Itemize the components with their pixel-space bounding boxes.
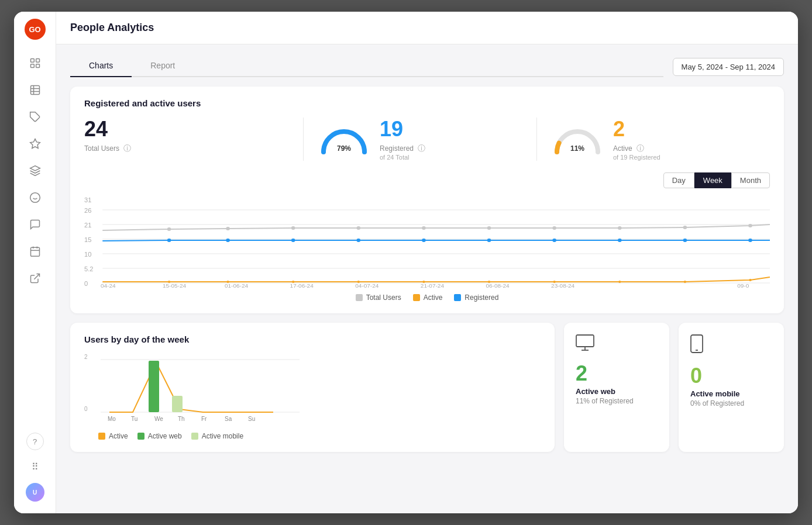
svg-point-51 bbox=[618, 239, 622, 242]
total-users-stat: 24 Total Users ⓘ bbox=[84, 118, 304, 161]
svg-marker-10 bbox=[30, 166, 40, 171]
logo[interactable]: GO bbox=[25, 19, 46, 40]
svg-point-49 bbox=[487, 239, 491, 242]
sidebar-item-external[interactable] bbox=[23, 267, 47, 290]
svg-rect-3 bbox=[36, 64, 39, 68]
svg-point-37 bbox=[356, 226, 360, 230]
x-label-sa: Sa bbox=[225, 416, 232, 422]
svg-text:01-06-24: 01-06-24 bbox=[225, 282, 249, 288]
svg-point-50 bbox=[552, 239, 556, 242]
total-users-info-icon[interactable]: ⓘ bbox=[123, 144, 131, 153]
avatar[interactable]: U bbox=[26, 483, 44, 502]
period-day-button[interactable]: Day bbox=[663, 172, 694, 188]
bar-tuesday-web bbox=[149, 361, 159, 412]
active-mobile-label: Active mobile bbox=[690, 389, 740, 398]
svg-point-39 bbox=[487, 226, 491, 230]
svg-text:04-07-24: 04-07-24 bbox=[355, 282, 379, 288]
registered-gauge-row: 79% 19 Registered ⓘ of 24 Total bbox=[318, 118, 522, 161]
svg-rect-4 bbox=[30, 86, 39, 95]
svg-point-47 bbox=[356, 239, 360, 242]
tab-report[interactable]: Report bbox=[132, 56, 194, 77]
x-label-su: Su bbox=[248, 416, 255, 422]
registered-gauge-svg: 79% bbox=[318, 123, 370, 156]
date-range-button[interactable]: May 5, 2024 - Sep 11, 2024 bbox=[673, 58, 784, 76]
main-content: People Analytics Charts Report May 5, 20… bbox=[56, 12, 798, 513]
legend-registered: Registered bbox=[454, 293, 498, 302]
registered-label: Registered ⓘ bbox=[380, 143, 425, 154]
active-web-sub: 11% of Registered bbox=[576, 397, 634, 405]
bar-chart-legend: Active Active web Active mobile bbox=[84, 432, 541, 440]
tab-charts[interactable]: Charts bbox=[70, 56, 132, 77]
active-gauge-row: 11% 2 Active ⓘ of 19 Registered bbox=[551, 118, 756, 161]
svg-text:17-06-24: 17-06-24 bbox=[290, 282, 314, 288]
active-web-number: 2 bbox=[576, 362, 587, 385]
sidebar-item-layers[interactable] bbox=[23, 159, 47, 182]
bar-legend-active-label: Active bbox=[109, 432, 128, 440]
active-gauge-svg: 11% bbox=[551, 123, 604, 156]
svg-text:04-24: 04-24 bbox=[101, 282, 116, 288]
sidebar-item-dashboard[interactable] bbox=[23, 51, 47, 75]
svg-text:15-05-24: 15-05-24 bbox=[163, 282, 187, 288]
y-label-zero: 0 bbox=[84, 406, 88, 412]
chart-legend: Total Users Active Registered bbox=[84, 293, 770, 302]
sidebar-item-emoji[interactable] bbox=[23, 186, 47, 209]
sidebar-item-star[interactable] bbox=[23, 132, 47, 156]
sidebar-item-calendar[interactable] bbox=[23, 240, 47, 263]
sidebar-item-apps[interactable]: ⠿ bbox=[23, 455, 47, 478]
svg-point-40 bbox=[552, 226, 556, 230]
svg-text:09-0: 09-0 bbox=[737, 282, 749, 288]
svg-point-42 bbox=[683, 226, 687, 229]
active-sub: of 19 Registered bbox=[613, 154, 660, 161]
svg-point-63 bbox=[749, 279, 751, 281]
registered-info-icon[interactable]: ⓘ bbox=[418, 144, 425, 153]
period-month-button[interactable]: Month bbox=[731, 172, 770, 188]
bar-legend-active: Active bbox=[98, 432, 128, 440]
sidebar-item-grid[interactable] bbox=[23, 78, 47, 102]
svg-marker-9 bbox=[30, 139, 40, 148]
sidebar-item-help[interactable]: ? bbox=[26, 433, 44, 450]
legend-active-label: Active bbox=[424, 293, 443, 302]
bottom-row: Users by day of the week 2 0 bbox=[70, 323, 784, 452]
active-web-card: 2 Active web 11% of Registered bbox=[564, 323, 669, 452]
week-card: Users by day of the week 2 0 bbox=[70, 323, 555, 452]
svg-text:10: 10 bbox=[84, 251, 92, 257]
week-card-title: Users by day of the week bbox=[84, 334, 541, 344]
registered-number: 19 bbox=[380, 118, 425, 141]
mobile-icon bbox=[690, 334, 703, 357]
svg-point-53 bbox=[748, 239, 752, 242]
svg-point-34 bbox=[167, 227, 171, 231]
legend-active: Active bbox=[413, 293, 443, 302]
content-area: Charts Report May 5, 2024 - Sep 11, 2024… bbox=[56, 44, 798, 513]
svg-rect-75 bbox=[576, 335, 594, 347]
card-title: Registered and active users bbox=[84, 98, 770, 108]
line-chart-svg: 0 5.2 10 15 21 26 31 bbox=[84, 195, 770, 289]
legend-total-users: Total Users bbox=[356, 293, 401, 302]
registered-gauge: 79% bbox=[318, 123, 370, 155]
svg-point-35 bbox=[226, 227, 230, 230]
tabs: Charts Report bbox=[70, 56, 663, 77]
line-chart: 0 5.2 10 15 21 26 31 bbox=[84, 195, 770, 289]
bar-legend-active-web-label: Active web bbox=[148, 432, 182, 440]
sidebar-item-chat[interactable] bbox=[23, 213, 47, 236]
active-info-icon[interactable]: ⓘ bbox=[636, 144, 644, 153]
svg-text:23-08-24: 23-08-24 bbox=[551, 282, 575, 288]
period-week-button[interactable]: Week bbox=[694, 172, 731, 188]
sidebar: GO bbox=[14, 12, 56, 513]
svg-text:31: 31 bbox=[84, 196, 92, 203]
active-mobile-card: 0 Active mobile 0% of Registered bbox=[679, 323, 784, 452]
total-users-number: 24 bbox=[84, 118, 289, 141]
bar-wednesday-mobile bbox=[172, 396, 183, 412]
svg-point-52 bbox=[683, 239, 687, 242]
svg-point-46 bbox=[291, 239, 295, 242]
svg-point-44 bbox=[167, 239, 171, 242]
svg-text:0: 0 bbox=[84, 280, 88, 286]
sidebar-bottom: ? ⠿ U bbox=[23, 433, 47, 506]
sidebar-item-tag[interactable] bbox=[23, 105, 47, 129]
bar-chart-wrapper: 2 0 bbox=[84, 354, 541, 426]
bar-legend-active-web-dot bbox=[137, 433, 144, 440]
sidebar-nav bbox=[23, 51, 47, 433]
legend-total-users-dot bbox=[356, 294, 363, 301]
svg-point-62 bbox=[684, 281, 686, 283]
svg-line-18 bbox=[34, 274, 39, 279]
svg-point-41 bbox=[618, 226, 622, 230]
